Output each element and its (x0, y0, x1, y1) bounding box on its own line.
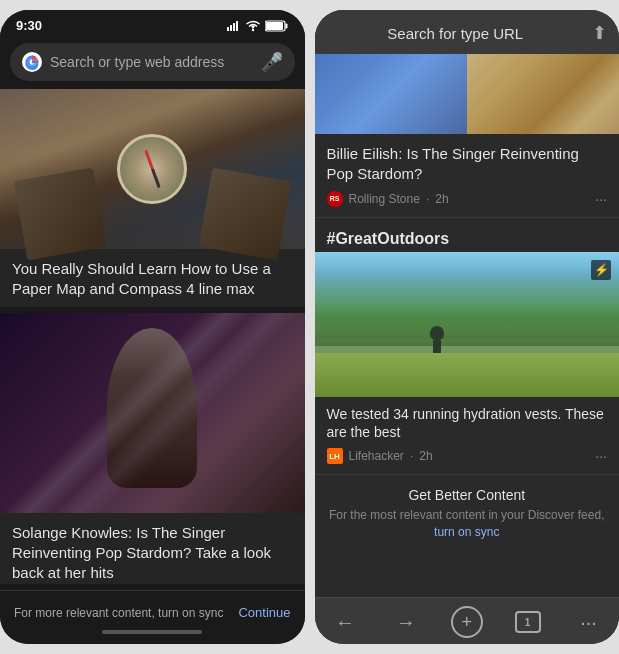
svg-rect-1 (230, 25, 232, 31)
back-button[interactable]: ← (325, 606, 365, 638)
lh-time: 2h (419, 449, 432, 463)
plus-icon: + (451, 606, 483, 638)
outdoor-card: ⚡ We tested 34 running hydration vests. … (315, 252, 620, 471)
rs-name: Rolling Stone (349, 192, 420, 206)
sync-text-left: For more relevant content, turn on sync (14, 606, 223, 620)
search-input-left[interactable]: Search or type web address (50, 54, 253, 70)
svg-rect-0 (227, 27, 229, 31)
forward-button[interactable]: → (386, 606, 426, 638)
menu-button[interactable]: ··· (569, 606, 609, 638)
card-1-content: You Really Should Learn How to Use a Pap… (0, 249, 305, 307)
sync-link[interactable]: turn on sync (434, 525, 499, 539)
bottom-bar-left: For more relevant content, turn on sync … (0, 590, 305, 644)
card-1: You Really Should Learn How to Use a Pap… (0, 89, 305, 307)
mic-icon[interactable]: 🎤 (261, 51, 283, 73)
svg-rect-2 (233, 23, 235, 31)
svg-rect-6 (266, 22, 283, 30)
svg-text:G: G (28, 56, 37, 68)
sync-title-right: Get Better Content (327, 487, 608, 503)
sync-bar: For more relevant content, turn on sync … (14, 599, 291, 626)
svg-rect-3 (236, 21, 238, 31)
right-phone: Search for type URL ⬆ Billie Eilish: Is … (315, 10, 620, 644)
rolling-stone-source: RS Rolling Stone · 2h (327, 191, 449, 207)
outdoor-meta: LH Lifehacker · 2h ··· (327, 448, 608, 464)
sync-section-right: Get Better Content For the most relevant… (315, 479, 620, 549)
svg-point-4 (251, 28, 253, 30)
compass-circle (117, 134, 187, 204)
woman-image (0, 313, 305, 513)
rs-time: 2h (435, 192, 448, 206)
more-icon-outdoor[interactable]: ··· (595, 448, 607, 464)
tab-count-badge: 1 (515, 611, 541, 633)
outdoor-card-content: We tested 34 running hydration vests. Th… (315, 397, 620, 471)
card-2: Solange Knowles: Is The Singer Reinventi… (0, 313, 305, 584)
flash-badge: ⚡ (591, 260, 611, 280)
lh-name: Lifehacker (349, 449, 404, 463)
outdoor-title: We tested 34 running hydration vests. Th… (327, 405, 608, 443)
svg-rect-7 (285, 23, 287, 28)
battery-icon (265, 20, 289, 32)
google-logo: G (22, 52, 42, 72)
search-bar-right[interactable]: Search for type URL (327, 25, 585, 42)
billie-eilish-title: Billie Eilish: Is The Singer Reinventing… (327, 144, 608, 185)
sync-desc-right: For the most relevant content in your Di… (327, 507, 608, 541)
billie-eilish-meta: RS Rolling Stone · 2h ··· (327, 191, 608, 207)
status-bar-left: 9:30 (0, 10, 305, 37)
time-left: 9:30 (16, 18, 42, 33)
wifi-icon (245, 20, 261, 32)
lifehacker-source: LH Lifehacker · 2h (327, 448, 433, 464)
divider-1 (315, 217, 620, 218)
hashtag-label: #GreatOutdoors (327, 230, 450, 247)
card-2-content: Solange Knowles: Is The Singer Reinventi… (0, 513, 305, 584)
feed-left: You Really Should Learn How to Use a Pap… (0, 89, 305, 590)
compass-image (0, 89, 305, 249)
nav-bar-right: ← → + 1 ··· (315, 597, 620, 644)
billie-eilish-card: Billie Eilish: Is The Singer Reinventing… (315, 54, 620, 213)
left-phone: 9:30 (0, 10, 305, 644)
card-1-title: You Really Should Learn How to Use a Pap… (12, 259, 293, 300)
search-bar-left[interactable]: G Search or type web address 🎤 (10, 43, 295, 81)
outdoor-image: ⚡ (315, 252, 620, 397)
billie-eilish-image (315, 54, 620, 134)
hashtag-section: #GreatOutdoors (315, 222, 620, 252)
top-bar-right: Search for type URL ⬆ (315, 10, 620, 54)
rs-favicon-right: RS (327, 191, 343, 207)
home-indicator-left (102, 630, 202, 634)
continue-button[interactable]: Continue (238, 605, 290, 620)
compass-needle (144, 150, 160, 189)
more-icon-billie[interactable]: ··· (595, 191, 607, 207)
feed-right: Billie Eilish: Is The Singer Reinventing… (315, 54, 620, 597)
signal-icon (227, 21, 241, 31)
share-icon-right[interactable]: ⬆ (592, 22, 607, 44)
billie-eilish-content: Billie Eilish: Is The Singer Reinventing… (315, 134, 620, 213)
tab-switcher-button[interactable]: 1 (508, 606, 548, 638)
card-2-title: Solange Knowles: Is The Singer Reinventi… (12, 523, 293, 584)
divider-2 (315, 474, 620, 475)
new-tab-button[interactable]: + (447, 606, 487, 638)
lh-favicon: LH (327, 448, 343, 464)
status-icons-left (227, 20, 289, 32)
